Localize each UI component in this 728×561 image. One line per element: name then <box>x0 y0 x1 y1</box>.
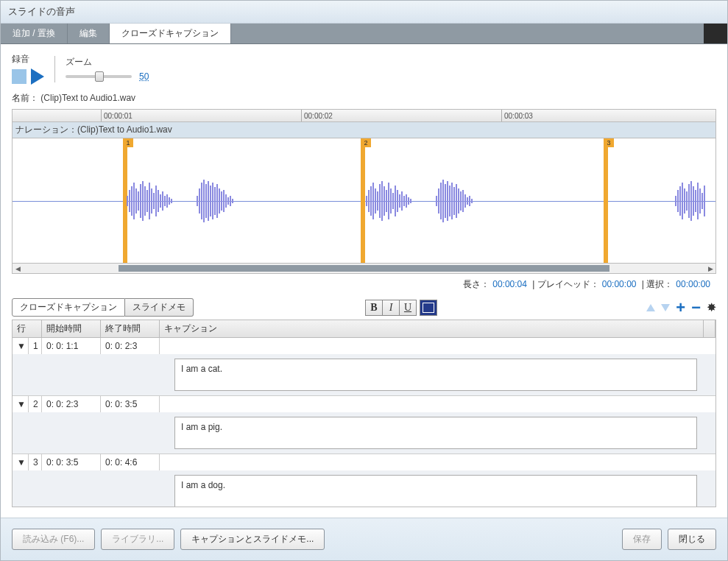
color-button[interactable] <box>420 300 437 316</box>
start-time-cell[interactable]: 0: 0: 3:5 <box>42 454 101 470</box>
scroll-left-icon[interactable]: ◀ <box>13 264 23 273</box>
svg-rect-7 <box>142 181 144 221</box>
tab-closed-caption[interactable]: クローズドキャプション <box>110 24 231 43</box>
svg-rect-86 <box>697 183 699 219</box>
tab-edit[interactable]: 編集 <box>68 24 110 43</box>
window-title: スライドの音声 <box>1 1 727 24</box>
svg-rect-56 <box>406 194 407 208</box>
svg-rect-32 <box>221 191 222 211</box>
name-value: (Clip)Text to Audio1.wav <box>40 93 135 103</box>
svg-rect-66 <box>451 183 453 219</box>
recording-label: 録音 <box>12 53 44 66</box>
waveform-area[interactable]: 1 2 3 <box>12 138 716 264</box>
row-number: 2 <box>29 396 42 412</box>
marker-flag-1: 1 <box>123 138 133 147</box>
close-button[interactable]: 閉じる <box>668 529 716 550</box>
caption-marker-2[interactable]: 2 <box>361 138 365 263</box>
waveform-segment-1 <box>127 175 252 227</box>
scroll-right-icon[interactable]: ▶ <box>705 264 715 273</box>
zoom-slider-thumb[interactable] <box>95 71 104 82</box>
caption-toolbar: クローズドキャプション スライドメモ B I U + − ✸ <box>12 298 716 317</box>
zoom-value[interactable]: 50 <box>139 71 149 82</box>
bold-button[interactable]: B <box>365 300 383 316</box>
end-time-cell[interactable]: 0: 0: 4:6 <box>101 454 160 470</box>
scroll-thumb[interactable] <box>119 265 609 272</box>
svg-rect-24 <box>203 180 205 222</box>
svg-rect-3 <box>133 183 135 219</box>
zoom-slider[interactable] <box>66 75 132 78</box>
scroll-track[interactable] <box>23 264 705 273</box>
header-end[interactable]: 終了時間 <box>101 320 160 337</box>
svg-rect-76 <box>675 196 676 206</box>
header-row[interactable]: 行 <box>13 320 42 337</box>
underline-button[interactable]: U <box>399 300 417 316</box>
selection-label: 選択： <box>646 279 673 289</box>
svg-rect-9 <box>146 190 148 212</box>
expand-toggle[interactable]: ▼ <box>13 338 29 354</box>
svg-rect-79 <box>682 183 683 219</box>
svg-rect-49 <box>390 188 392 214</box>
svg-rect-37 <box>232 199 233 203</box>
svg-rect-28 <box>212 183 213 219</box>
header-caption[interactable]: キャプション <box>160 320 704 337</box>
svg-rect-67 <box>453 187 455 215</box>
start-time-cell[interactable]: 0: 0: 2:3 <box>42 396 101 412</box>
import-button[interactable]: 読み込み (F6)... <box>12 529 95 550</box>
library-button[interactable]: ライブラリ... <box>101 529 174 550</box>
svg-rect-64 <box>447 181 448 221</box>
svg-rect-15 <box>160 194 161 208</box>
svg-rect-59 <box>436 196 437 206</box>
tab-overflow[interactable] <box>704 24 727 43</box>
svg-rect-42 <box>375 188 376 214</box>
subtab-slide-memo[interactable]: スライドメモ <box>125 298 194 317</box>
caption-text-input[interactable]: I am a pig. <box>174 417 697 449</box>
svg-rect-45 <box>381 181 383 221</box>
separator <box>54 56 55 82</box>
start-time-cell[interactable]: 0: 0: 1:1 <box>42 338 101 354</box>
tab-add-replace[interactable]: 追加 / 置換 <box>1 24 68 43</box>
svg-rect-10 <box>149 183 150 219</box>
italic-button[interactable]: I <box>382 300 400 316</box>
svg-rect-82 <box>688 184 690 218</box>
svg-rect-83 <box>690 181 692 221</box>
expand-toggle[interactable]: ▼ <box>13 396 29 412</box>
svg-rect-12 <box>153 193 155 209</box>
move-down-icon[interactable] <box>661 304 670 311</box>
svg-rect-39 <box>368 190 370 212</box>
content-area: 録音 ズーム 50 名前： (Clip)Text to Audio1.wav <box>1 44 727 518</box>
settings-icon[interactable]: ✸ <box>707 300 716 314</box>
play-button[interactable] <box>31 68 44 85</box>
caption-marker-3[interactable]: 3 <box>604 138 608 263</box>
subtab-closed-caption[interactable]: クローズドキャプション <box>12 298 125 317</box>
svg-rect-11 <box>151 188 152 214</box>
slide-audio-window: スライドの音声 追加 / 置換 編集 クローズドキャプション 録音 ズーム <box>0 0 728 561</box>
svg-rect-77 <box>677 190 679 212</box>
record-button[interactable] <box>12 69 26 84</box>
main-tabs: 追加 / 置換 編集 クローズドキャプション <box>1 24 727 44</box>
svg-rect-40 <box>370 186 372 216</box>
svg-rect-31 <box>219 188 220 214</box>
caption-text-input[interactable]: I am a dog. <box>174 475 697 507</box>
svg-rect-5 <box>138 191 139 211</box>
table-row: ▼ 2 0: 0: 2:3 0: 0: 3:5 I am a pig. <box>13 396 715 454</box>
remove-caption-button[interactable]: − <box>691 303 701 313</box>
svg-rect-81 <box>686 191 688 211</box>
caption-memo-button[interactable]: キャプションとスライドメモ... <box>180 529 325 550</box>
svg-rect-85 <box>695 190 696 212</box>
timeline-ruler[interactable]: 00:00:01 00:00:02 00:00:03 <box>12 109 716 122</box>
move-up-icon[interactable] <box>646 304 655 311</box>
expand-toggle[interactable]: ▼ <box>13 454 29 470</box>
svg-rect-23 <box>201 183 202 219</box>
add-caption-button[interactable]: + <box>676 303 685 313</box>
header-start[interactable]: 開始時間 <box>42 320 101 337</box>
end-time-cell[interactable]: 0: 0: 3:5 <box>101 396 160 412</box>
svg-rect-46 <box>384 186 385 216</box>
svg-rect-20 <box>171 199 172 203</box>
marker-flag-3: 3 <box>604 138 614 147</box>
save-button[interactable]: 保存 <box>622 529 662 550</box>
caption-text-input[interactable]: I am a cat. <box>174 359 697 391</box>
horizontal-scrollbar[interactable]: ◀ ▶ <box>12 264 716 274</box>
end-time-cell[interactable]: 0: 0: 2:3 <box>101 338 160 354</box>
svg-rect-50 <box>392 193 394 209</box>
svg-rect-60 <box>438 188 439 214</box>
